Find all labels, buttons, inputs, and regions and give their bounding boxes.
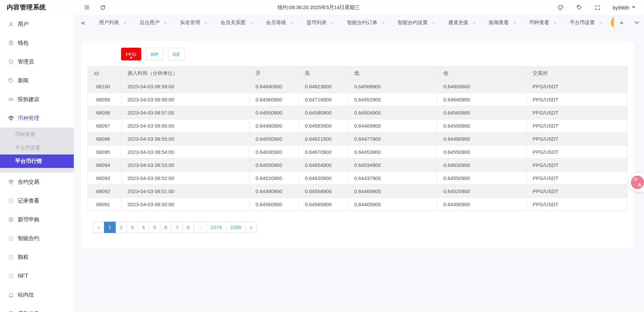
table-row[interactable]: 68098 2023-04-03 08:57:00 0.64550900 0.6… xyxy=(88,106,628,119)
sidebar-item-new-coin-subscription[interactable]: 新币申购 xyxy=(0,210,74,229)
cell-id: 68094 xyxy=(88,159,121,172)
table-row[interactable]: 68092 2023-04-03 08:51:00 0.64490900 0.6… xyxy=(88,185,628,198)
page-button[interactable]: ... xyxy=(194,222,207,233)
table-row[interactable]: 68097 2023-04-03 08:56:00 0.64490900 0.6… xyxy=(88,119,628,132)
table-row[interactable]: 68093 2023-04-03 08:52:00 0.64520900 0.6… xyxy=(88,172,628,185)
page-button[interactable]: 5 xyxy=(149,222,160,233)
page-button[interactable]: 7 xyxy=(171,222,182,233)
tag-icon[interactable] xyxy=(576,4,582,10)
sidebar-item-contract-trading[interactable]: 合约交易 xyxy=(0,173,74,191)
page-button[interactable]: 4 xyxy=(138,222,149,233)
tab-close-icon[interactable]: × xyxy=(123,20,126,25)
tab-item[interactable]: 通道充值 × xyxy=(442,15,482,30)
tab-item[interactable]: 实名管理 × xyxy=(174,15,214,30)
coin-filter-button[interactable]: GE xyxy=(168,48,185,60)
collapse-sidebar-icon[interactable] xyxy=(84,4,90,10)
sidebar-subitem-label: 币种查看 xyxy=(15,131,35,138)
sidebar-subitem-platform-coin-market[interactable]: 平台币行情 xyxy=(0,154,74,168)
sidebar-item-label: 贷款信息 xyxy=(18,310,39,312)
sidebar-item-wallet[interactable]: 钱包 xyxy=(0,34,74,52)
tab-close-icon[interactable]: × xyxy=(205,20,208,25)
page-button[interactable]: » xyxy=(245,222,257,233)
tab-close-icon[interactable]: × xyxy=(599,20,602,25)
cell-open: 0.64550900 xyxy=(250,159,299,172)
page-button[interactable]: 2279 xyxy=(206,222,226,233)
table-row[interactable]: 68095 2023-04-03 08:54:00 0.64630900 0.6… xyxy=(88,145,628,159)
tab-close-icon[interactable]: × xyxy=(473,20,476,25)
sidebar-subitem-coin-view[interactable]: 币种查看 xyxy=(0,128,74,141)
page-button[interactable]: 2280 xyxy=(226,222,246,233)
tab-label: 会员等级 xyxy=(266,19,286,26)
sidebar-item-admins[interactable]: 管理员 xyxy=(0,52,74,71)
refresh-icon[interactable] xyxy=(100,5,106,10)
sidebar-item-label: 币种管理 xyxy=(18,115,39,122)
page-button[interactable]: 2 xyxy=(115,222,127,233)
table-row[interactable]: 68091 2023-04-03 08:50:00 0.64560900 0.6… xyxy=(88,198,628,211)
tabbar: « 用户列表 × 后台用户 × xyxy=(74,15,644,30)
cell-high: 0.64621900 xyxy=(299,132,348,145)
page-button[interactable]: 3 xyxy=(126,222,138,233)
sidebar-item-options[interactable]: 期权 xyxy=(0,248,74,267)
table-row[interactable]: 68100 2023-04-03 08:59:00 0.64640900 0.6… xyxy=(88,80,628,93)
theme-palette-icon[interactable] xyxy=(557,4,564,11)
tab-close-icon[interactable]: × xyxy=(432,20,435,25)
sidebar-item-coin-management[interactable]: 币种管理 xyxy=(0,109,74,128)
sidebar-item-label: 智能合约 xyxy=(18,235,39,242)
page-button[interactable]: 8 xyxy=(182,222,194,233)
tab-close-icon[interactable]: × xyxy=(513,20,516,25)
tab-close-icon[interactable]: × xyxy=(250,20,253,25)
cell-id: 68092 xyxy=(88,185,121,198)
page-button[interactable]: « xyxy=(93,222,104,233)
sidebar-item-users[interactable]: 用户 xyxy=(0,15,74,34)
tab-item[interactable]: 币种查看 × xyxy=(523,15,564,30)
tabs-scroll-right-button[interactable]: » xyxy=(614,15,629,30)
page-button-label: » xyxy=(250,224,252,230)
tab-close-icon[interactable]: × xyxy=(382,20,385,25)
gem-icon xyxy=(8,179,14,185)
tab-item[interactable]: 新闻查看 × xyxy=(482,15,523,30)
tabs-scroll-left-button[interactable]: « xyxy=(74,15,93,30)
user-menu[interactable]: by99dh xyxy=(613,5,635,10)
tab-close-icon[interactable]: × xyxy=(164,20,167,25)
sidebar-item-site-mail[interactable]: 站内信 xyxy=(0,285,74,304)
sidebar-item-smart-contract[interactable]: 智能合约 xyxy=(0,229,74,248)
tab-item[interactable]: 用户列表 × xyxy=(93,15,133,30)
tabs-menu-button[interactable] xyxy=(629,15,644,30)
tab-label: 会员关系图 xyxy=(220,19,246,26)
tab-close-icon[interactable]: × xyxy=(290,20,293,25)
market-table-header: ID插入时间（分钟单位）开高低收交易对 xyxy=(88,67,628,80)
tab-item[interactable]: 平台币设置 × xyxy=(563,15,609,30)
sidebar-item-nft[interactable]: NFT xyxy=(0,267,74,285)
tab-item[interactable]: 提币列表 × xyxy=(300,15,341,30)
cell-id: 68091 xyxy=(88,198,121,211)
tab-item[interactable]: 平台币行情 × xyxy=(611,16,614,29)
clock-text: 纽约:09:36:20 2025年5月14日星期三 xyxy=(277,4,360,11)
page-button[interactable]: 1 xyxy=(104,222,115,233)
tab-label: 提币列表 xyxy=(307,19,327,26)
sidebar-subitem-platform-coin-settings[interactable]: 平台币设置 xyxy=(0,141,74,154)
fullscreen-icon[interactable] xyxy=(595,5,600,10)
coin-filter-button[interactable]: WP xyxy=(146,48,163,60)
tab-item[interactable]: 智能合约订单 × xyxy=(341,15,391,30)
sidebar-subitem-label: 平台币行情 xyxy=(15,158,42,165)
table-row[interactable]: 68096 2023-04-03 08:55:00 0.64550900 0.6… xyxy=(88,132,628,145)
tab-close-icon[interactable]: × xyxy=(554,20,557,25)
cell-close: 0.64550900 xyxy=(437,119,527,132)
page-button-label: « xyxy=(97,224,100,230)
user-icon xyxy=(8,21,14,27)
tab-close-icon[interactable]: × xyxy=(331,20,334,25)
coin-filter-button[interactable]: PPG xyxy=(121,48,141,60)
sidebar-item-feedback[interactable]: 投拆建议 xyxy=(0,90,74,109)
table-row[interactable]: 68094 2023-04-03 08:53:00 0.64550900 0.6… xyxy=(88,159,628,172)
tab-item[interactable]: 后台用户 × xyxy=(133,15,174,30)
sidebar-item-news[interactable]: 新闻 xyxy=(0,71,74,90)
tab-item[interactable]: 会员等级 × xyxy=(260,15,300,30)
page-button[interactable]: 6 xyxy=(160,222,171,233)
tab-item[interactable]: 会员关系图 × xyxy=(214,15,260,30)
tab-item[interactable]: 智能合约设置 × xyxy=(391,15,442,30)
content-area: PPG WP GE xyxy=(74,30,644,312)
tag-icon xyxy=(8,78,14,84)
sidebar-item-loan-info[interactable]: 贷款信息 xyxy=(0,304,74,312)
table-row[interactable]: 68099 2023-04-03 08:58:00 0.64560900 0.6… xyxy=(88,93,628,106)
sidebar-item-records[interactable]: 记录查看 xyxy=(0,191,74,210)
